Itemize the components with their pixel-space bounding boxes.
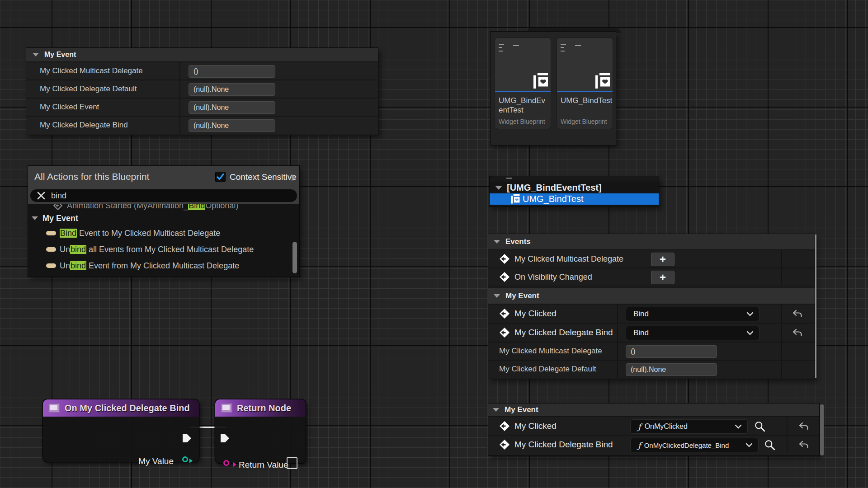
scroll-hint-mark xyxy=(506,178,512,179)
asset-thumbnail xyxy=(495,38,551,91)
property-label: My Clicked Delegate Bind xyxy=(514,328,613,338)
event-diamond-icon xyxy=(499,439,510,450)
browse-to-function-icon[interactable] xyxy=(764,439,776,451)
blueprint-graph-background[interactable]: My Event My Clicked Multicast Delegate (… xyxy=(0,0,868,488)
check-icon xyxy=(216,172,225,182)
property-value-field[interactable]: (null).None xyxy=(626,363,717,376)
binding-dropdown[interactable]: Bind xyxy=(626,307,760,321)
expand-arrow-icon[interactable] xyxy=(292,174,296,181)
asset-name: UMG_BindTest xyxy=(557,92,613,105)
actions-menu-header: All Actions for this Blueprint Context S… xyxy=(28,166,299,188)
function-pill-icon xyxy=(46,231,56,235)
details-panel-bottom-right: My Event My Clicked ƒ OnMyClicked xyxy=(488,404,819,455)
widget-blueprint-icon xyxy=(595,73,610,89)
action-item-truncated[interactable]: Animation Started (MyAnimation_BindOptio… xyxy=(28,204,299,211)
event-label: My Clicked Multicast Delegate xyxy=(514,254,623,264)
collapse-triangle-icon xyxy=(493,408,499,412)
asset-type-label: Widget Blueprint xyxy=(561,118,607,125)
asset-tile[interactable]: UMG_BindTest Widget Blueprint xyxy=(557,38,613,129)
hierarchy-selected-row[interactable]: UMG_BindTest xyxy=(490,193,659,205)
event-diamond-icon xyxy=(53,204,62,211)
search-input[interactable] xyxy=(50,190,267,202)
event-label: On Visibility Changed xyxy=(514,272,592,282)
node-body[interactable]: Return Value xyxy=(215,417,306,463)
section-header-my-event[interactable]: My Event xyxy=(26,48,378,61)
exec-in-pin[interactable] xyxy=(220,433,231,444)
exec-out-pin[interactable] xyxy=(182,433,193,444)
property-row[interactable]: My Clicked Delegate Bind (null).None xyxy=(26,116,378,134)
reset-to-default-icon[interactable] xyxy=(798,422,809,431)
asset-type-label: Widget Blueprint xyxy=(499,118,545,125)
node-header[interactable]: On My Clicked Delegate Bind xyxy=(43,399,199,417)
node-title: Return Node xyxy=(237,403,291,413)
reset-to-default-icon[interactable] xyxy=(792,310,803,319)
node-header[interactable]: Return Node xyxy=(215,399,306,417)
property-value-field[interactable]: (null).None xyxy=(189,83,275,96)
property-row[interactable]: My Clicked Event (null).None xyxy=(26,98,378,116)
add-event-button[interactable]: + xyxy=(651,271,675,284)
search-pill[interactable] xyxy=(30,189,297,202)
chevron-down-icon xyxy=(745,443,753,447)
right-panel-scrollbar[interactable] xyxy=(815,235,816,378)
pin-arrow xyxy=(233,462,236,467)
node-on-my-clicked-delegate-bind[interactable]: On My Clicked Delegate Bind My Value xyxy=(43,399,199,462)
section-header-events[interactable]: Events xyxy=(488,234,815,249)
node-return-node[interactable]: Return Node Return Value xyxy=(215,399,306,463)
action-item[interactable]: Unbind all Events from My Clicked Multic… xyxy=(28,241,299,258)
property-label: My Clicked Event xyxy=(26,103,99,112)
property-value-field[interactable]: (null).None xyxy=(189,119,275,132)
binding-dropdown[interactable]: Bind xyxy=(626,326,760,340)
details-rows: My Clicked Multicast Delegate () My Clic… xyxy=(26,61,378,134)
property-value-field[interactable]: (null).None xyxy=(189,101,275,114)
property-label: My Clicked xyxy=(514,309,557,319)
widget-blueprint-icon xyxy=(510,194,521,204)
function-glyph-icon: ƒ xyxy=(638,422,641,432)
section-header-my-event[interactable]: My Event xyxy=(488,288,815,304)
function-node-icon xyxy=(221,403,232,413)
reset-to-default-icon[interactable] xyxy=(792,328,803,338)
bound-function-dropdown[interactable]: ƒ OnMyClicked xyxy=(630,419,748,434)
property-row: My Clicked Multicast Delegate () xyxy=(488,342,815,360)
bound-function-dropdown[interactable]: ƒ OnMyClickedDelegate_Bind xyxy=(630,438,759,452)
content-browser-fragment: UMG_BindEventTest Widget Blueprint UMG_B… xyxy=(491,32,616,145)
search-match-highlight: bind xyxy=(70,245,86,254)
action-item[interactable]: Unbind Event from My Clicked Multicast D… xyxy=(28,258,299,274)
return-value-pin[interactable] xyxy=(223,460,229,466)
actions-scrollbar[interactable] xyxy=(292,242,297,273)
context-sensitive-label[interactable]: Context Sensitive xyxy=(230,172,297,182)
property-row[interactable]: My Clicked Multicast Delegate () xyxy=(26,61,378,80)
my-value-pin[interactable] xyxy=(182,456,188,462)
section-header-my-event[interactable]: My Event xyxy=(488,404,819,416)
property-row[interactable]: My Clicked Delegate Default (null).None xyxy=(26,80,378,98)
chevron-down-icon xyxy=(746,312,754,316)
section-title: My Event xyxy=(44,51,76,59)
pin-arrow xyxy=(189,459,193,463)
delegate-binding-row: My Clicked Delegate Bind ƒ OnMyClickedDe… xyxy=(488,435,819,453)
pin-label: My Value xyxy=(138,456,174,466)
reset-to-default-icon[interactable] xyxy=(798,441,809,450)
property-value-field[interactable]: () xyxy=(626,345,717,358)
function-node-icon xyxy=(48,403,60,413)
collapse-triangle-icon xyxy=(33,53,39,56)
property-label: My Clicked Delegate Bind xyxy=(26,121,128,130)
asset-tile[interactable]: UMG_BindEventTest Widget Blueprint xyxy=(495,38,551,129)
actions-result-list: Animation Started (MyAnimation_BindOptio… xyxy=(28,204,299,277)
hierarchy-root-row[interactable]: [UMG_BindEventTest] xyxy=(490,182,659,193)
node-body[interactable]: My Value xyxy=(43,417,199,462)
return-value-checkbox[interactable] xyxy=(287,457,297,469)
property-value-field[interactable]: () xyxy=(189,65,275,78)
context-sensitive-checkbox[interactable] xyxy=(215,172,226,182)
clear-search-icon[interactable] xyxy=(37,192,45,200)
function-glyph-icon: ƒ xyxy=(638,441,641,450)
delegate-binding-row: My Clicked ƒ OnMyClicked xyxy=(488,416,819,435)
function-pill-icon xyxy=(46,247,56,252)
function-pill-icon xyxy=(46,263,56,268)
browse-to-function-icon[interactable] xyxy=(754,421,766,432)
event-diamond-icon xyxy=(499,420,510,432)
delegate-binding-row: My Clicked Bind xyxy=(488,304,815,323)
add-event-button[interactable]: + xyxy=(651,253,675,266)
bottom-right-scrollbar[interactable] xyxy=(820,404,824,455)
action-item[interactable]: Bind Event to My Clicked Multicast Deleg… xyxy=(28,225,299,241)
property-label: My Clicked Delegate Default xyxy=(26,84,137,94)
action-category-my-event[interactable]: My Event xyxy=(28,211,299,225)
